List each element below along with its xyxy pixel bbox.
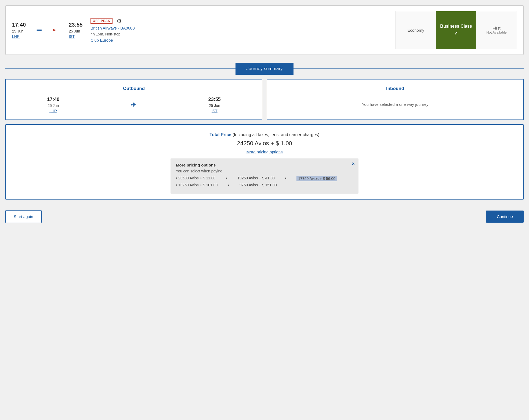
flight-duration: 4h 15m, Non-stop (90, 32, 390, 36)
journey-line-left (5, 68, 235, 69)
flight-info: 17:40 25 Jun LHR 23:55 25 Jun IST OFF-PE… (12, 18, 390, 42)
cabin-economy-label: Economy (407, 28, 424, 32)
pricing-dropdown: × More pricing options You can select wh… (171, 158, 358, 194)
cabin-options: Economy Business Class ✓ First Not Avail… (396, 11, 517, 49)
dot-1: • (226, 176, 227, 181)
departure-time: 17:40 (12, 22, 26, 28)
ba-arrow-icon (37, 28, 58, 32)
cabin-economy[interactable]: Economy (396, 11, 436, 49)
dot-3: • (228, 183, 229, 188)
more-pricing-link[interactable]: More pricing options (246, 150, 282, 154)
outbound-title: Outbound (11, 86, 256, 91)
cabin-business-check: ✓ (454, 30, 458, 36)
flight-card: 17:40 25 Jun LHR 23:55 25 Jun IST OFF-PE… (5, 5, 524, 55)
price-value: 24250 Avios + $ 1.00 (11, 140, 518, 147)
departure-airport-link[interactable]: LHR (12, 34, 26, 39)
flight-arrow (34, 28, 61, 32)
cabin-first-sublabel: Not Available (486, 30, 507, 34)
start-again-button[interactable]: Start again (5, 210, 42, 223)
outbound-card: Outbound 17:40 25 Jun LHR ✈ 23:55 25 Jun… (5, 79, 262, 120)
inbound-card: Inbound You have selected a one way jour… (267, 79, 524, 120)
cabin-first[interactable]: First Not Available (476, 11, 517, 49)
badge-row: OFF-PEAK ⚙ (90, 18, 390, 24)
pricing-dropdown-sub: You can select when paying (176, 169, 353, 173)
pricing-item-1: • 23500 Avios + $ 11.00 (176, 176, 216, 181)
cabin-first-label: First (492, 26, 500, 30)
cabin-business[interactable]: Business Class ✓ (436, 11, 476, 49)
outbound-arr-airport[interactable]: IST (208, 109, 221, 113)
outbound-flight-row: 17:40 25 Jun LHR ✈ 23:55 25 Jun IST (11, 97, 256, 113)
total-price-suffix: (Including all taxes, fees, and carrier … (233, 132, 320, 137)
pricing-item-3: 17750 Avios + $ 56.00 (296, 176, 337, 181)
bottom-buttons: Start again Continue (5, 208, 524, 226)
total-price-label: Total Price (Including all taxes, fees, … (11, 132, 518, 137)
inbound-message: You have selected a one way journey (273, 97, 518, 112)
svg-rect-2 (37, 30, 42, 31)
pricing-row-1: • 23500 Avios + $ 11.00 • 19250 Avios + … (176, 176, 353, 181)
pricing-row-2: • 13250 Avios + $ 101.00 • 9750 Avios + … (176, 183, 353, 188)
close-pricing-btn[interactable]: × (352, 161, 355, 167)
journey-header-bar: Journey summary (5, 63, 524, 75)
inbound-title: Inbound (273, 86, 518, 91)
total-price-bold: Total Price (210, 132, 231, 137)
arrival-time: 23:55 (69, 22, 82, 28)
outbound-dep-date: 25 Jun (47, 103, 59, 108)
departure-date: 25 Jun (12, 29, 26, 33)
dot-2: • (285, 176, 287, 181)
pricing-item-5: 9750 Avios + $ 151.00 (240, 183, 277, 188)
outbound-departure: 17:40 25 Jun LHR (47, 97, 59, 113)
outbound-arr-time: 23:55 (208, 97, 221, 102)
cabin-business-label: Business Class (440, 24, 472, 29)
off-peak-badge: OFF-PEAK (90, 18, 112, 24)
pricing-dropdown-title: More pricing options (176, 163, 353, 167)
outbound-arrival: 23:55 25 Jun IST (208, 97, 221, 113)
outbound-dep-time: 17:40 (47, 97, 59, 102)
pricing-item-4: • 13250 Avios + $ 101.00 (176, 183, 218, 188)
journey-cards: Outbound 17:40 25 Jun LHR ✈ 23:55 25 Jun… (5, 79, 524, 120)
outbound-plane-icon: ✈ (131, 101, 137, 109)
arrival-airport-link[interactable]: IST (69, 34, 82, 39)
journey-section: Journey summary Outbound 17:40 25 Jun LH… (5, 63, 524, 200)
price-box: Total Price (Including all taxes, fees, … (5, 124, 524, 200)
outbound-arr-date: 25 Jun (208, 103, 221, 108)
pricing-item-2: 19250 Avios + $ 41.00 (237, 176, 275, 181)
svg-marker-1 (53, 29, 57, 31)
cabin-type-link[interactable]: Club Europe (90, 38, 390, 42)
outbound-dep-airport[interactable]: LHR (47, 109, 59, 113)
flight-details: OFF-PEAK ⚙ British Airways - BA0680 4h 1… (90, 18, 390, 42)
journey-line-right (294, 68, 524, 69)
departure-col: 17:40 25 Jun LHR (12, 22, 26, 39)
airline-link[interactable]: British Airways - BA0680 (90, 26, 390, 30)
gear-icon: ⚙ (117, 18, 122, 24)
journey-summary-title: Journey summary (235, 63, 293, 75)
arrival-date: 25 Jun (69, 29, 82, 33)
continue-button[interactable]: Continue (486, 211, 524, 223)
arrival-col: 23:55 25 Jun IST (69, 22, 82, 39)
